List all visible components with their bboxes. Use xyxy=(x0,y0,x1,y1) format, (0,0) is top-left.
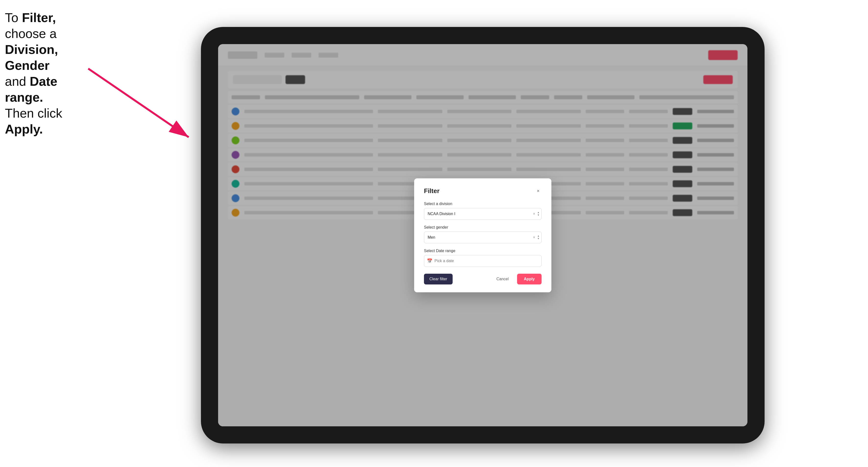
instruction-line3: and Date range. xyxy=(5,74,57,104)
division-select[interactable]: NCAA Division I xyxy=(424,208,541,220)
gender-group: Select gender Men × ▲ ▼ xyxy=(424,225,541,243)
modal-title: Filter xyxy=(424,187,440,195)
division-label: Select a division xyxy=(424,201,541,206)
svg-line-1 xyxy=(88,69,189,137)
tablet-frame: Filter × Select a division NCAA Division… xyxy=(201,27,765,443)
tablet-screen: Filter × Select a division NCAA Division… xyxy=(218,44,747,426)
filter-modal: Filter × Select a division NCAA Division… xyxy=(414,178,551,292)
division-arrows: ▲ ▼ xyxy=(537,211,539,216)
gender-label: Select gender xyxy=(424,225,541,229)
instruction-line1: To Filter, choose a xyxy=(5,10,57,41)
clear-filter-button[interactable]: Clear filter xyxy=(424,274,453,284)
instruction-bold2: Division, Gender xyxy=(5,42,58,72)
modal-overlay[interactable]: Filter × Select a division NCAA Division… xyxy=(218,44,747,426)
arrow-up-icon: ▲ xyxy=(537,211,539,214)
gender-select-wrapper: Men × ▲ ▼ xyxy=(424,231,541,243)
footer-right: Cancel Apply xyxy=(491,274,541,284)
modal-footer: Clear filter Cancel Apply xyxy=(424,274,541,284)
modal-header: Filter × xyxy=(424,187,541,195)
instruction-arrow xyxy=(69,49,216,152)
division-select-controls: × ▲ ▼ xyxy=(532,211,539,217)
calendar-icon: 📅 xyxy=(427,258,432,263)
date-label: Select Date range xyxy=(424,249,541,253)
instruction-block: To Filter, choose a Division, Gender and… xyxy=(5,10,83,137)
modal-close-button[interactable]: × xyxy=(535,187,541,194)
arrow-down-icon: ▼ xyxy=(537,214,539,216)
instruction-line4: Then click Apply. xyxy=(5,106,62,136)
date-group: Select Date range 📅 xyxy=(424,249,541,267)
division-clear-button[interactable]: × xyxy=(532,211,536,217)
division-group: Select a division NCAA Division I × ▲ ▼ xyxy=(424,201,541,220)
date-input-wrapper: 📅 xyxy=(424,255,541,267)
gender-select-controls: × ▲ ▼ xyxy=(532,235,539,240)
date-input[interactable] xyxy=(424,255,541,267)
apply-button[interactable]: Apply xyxy=(517,274,541,284)
arrow-up-icon: ▲ xyxy=(537,235,539,237)
division-select-wrapper: NCAA Division I × ▲ ▼ xyxy=(424,208,541,220)
gender-clear-button[interactable]: × xyxy=(532,235,536,240)
gender-select[interactable]: Men xyxy=(424,231,541,243)
arrow-down-icon: ▼ xyxy=(537,238,539,240)
gender-arrows: ▲ ▼ xyxy=(537,235,539,240)
cancel-button[interactable]: Cancel xyxy=(491,274,514,284)
